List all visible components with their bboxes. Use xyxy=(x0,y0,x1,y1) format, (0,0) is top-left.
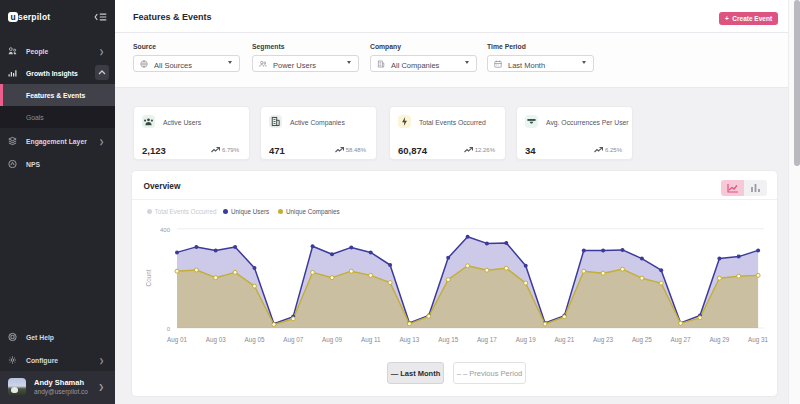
svg-text:Aug 21: Aug 21 xyxy=(554,336,574,344)
svg-text:Aug 31: Aug 31 xyxy=(748,336,768,344)
svg-text:0: 0 xyxy=(167,326,171,332)
svg-text:Aug 17: Aug 17 xyxy=(477,336,497,344)
svg-text:Aug 29: Aug 29 xyxy=(709,336,729,344)
svg-text:Aug 27: Aug 27 xyxy=(671,336,691,344)
svg-text:Aug 23: Aug 23 xyxy=(593,336,613,344)
svg-text:Aug 03: Aug 03 xyxy=(206,336,226,344)
svg-text:Aug 19: Aug 19 xyxy=(516,336,536,344)
svg-text:400: 400 xyxy=(160,227,171,233)
svg-text:Aug 15: Aug 15 xyxy=(438,336,458,344)
svg-text:Aug 07: Aug 07 xyxy=(283,336,303,344)
svg-text:Aug 05: Aug 05 xyxy=(245,336,265,344)
svg-text:Count: Count xyxy=(145,269,152,286)
svg-text:Aug 09: Aug 09 xyxy=(322,336,342,344)
svg-text:Aug 11: Aug 11 xyxy=(361,336,381,344)
svg-text:Aug 25: Aug 25 xyxy=(632,336,652,344)
svg-text:Aug 01: Aug 01 xyxy=(167,336,187,344)
svg-text:Aug 13: Aug 13 xyxy=(399,336,419,344)
